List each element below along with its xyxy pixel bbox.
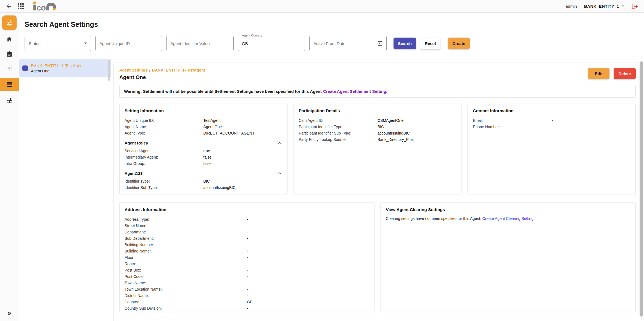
chevron-up-icon[interactable]: [277, 140, 282, 146]
agent-list-item-id: BANK_ENTITY_1-TestAgent: [31, 63, 84, 68]
agent-list-item[interactable]: BANK_ENTITY_1-TestAgent Agent One: [19, 59, 111, 77]
delete-button[interactable]: Delete: [614, 68, 636, 79]
agent-roles-rows: Serviced Agent:true Intermediary Agent:f…: [125, 148, 282, 167]
arrow-back-icon: [6, 3, 12, 10]
agent-roles-section-header: Agent Roles: [125, 140, 282, 146]
home-icon: [6, 36, 13, 43]
detail-row: Agent Type:DIRECT_ACCOUNT_AGENT: [125, 130, 282, 136]
card-title: View Agent Clearing Settings: [386, 207, 630, 212]
apps-menu-button[interactable]: [18, 3, 24, 9]
entity-selector[interactable]: BANK_ENTITY_1: [584, 4, 624, 9]
agent-detail-title: Agent One: [119, 74, 205, 80]
card-title: Contact Information: [473, 108, 630, 113]
rail-item-tasks[interactable]: [0, 49, 19, 60]
detail-row: Building Number:-: [125, 242, 369, 248]
rail-item-settings[interactable]: [0, 95, 19, 106]
card-title: Address Information: [125, 207, 369, 212]
back-button[interactable]: [6, 3, 12, 10]
logout-button[interactable]: [631, 3, 638, 10]
sliders-icon: [6, 97, 13, 104]
detail-row: Department:-: [125, 229, 369, 235]
contact-information-card: Contact Information Email:- Phone Number…: [468, 104, 636, 194]
agent-country-value: GB: [242, 41, 248, 46]
sidebar-rail: »: [0, 13, 19, 321]
address-information-card: Address Information Address Type:- Stree…: [119, 202, 374, 312]
chevron-up-icon[interactable]: [277, 171, 282, 176]
detail-cards-row-1: Setting Information Agent Unique ID:Test…: [119, 104, 636, 194]
logo-letters: co: [36, 3, 46, 12]
detail-row: Identifier Type:BIC: [125, 178, 282, 185]
agent-country-field[interactable]: Agent Country GB: [238, 36, 305, 51]
edit-button[interactable]: Edit: [588, 68, 609, 79]
agent-unique-id-input[interactable]: [95, 36, 162, 51]
agent-list-item-name: Agent One: [31, 69, 84, 73]
participation-details-card: Participation Details Csm Agent ID:CSMAg…: [294, 104, 462, 194]
tune-icon: [6, 19, 13, 27]
status-select-label: Status: [29, 41, 41, 46]
list-scrollbar[interactable]: [108, 60, 110, 81]
card-title: Participation Details: [299, 108, 456, 113]
agent-status-dot: [22, 65, 28, 71]
detail-row: Town Name:-: [125, 280, 369, 286]
agent-detail-panel: Agent Settings/BANK_ENTITY_1-TestAgent A…: [114, 62, 644, 321]
detail-header: Agent Settings/BANK_ENTITY_1-TestAgent A…: [119, 68, 636, 80]
detail-row: Room:-: [125, 261, 369, 267]
create-clearing-setting-link[interactable]: Create Agent Clearing Setting.: [482, 216, 534, 221]
detail-actions: Edit Delete: [588, 68, 636, 79]
agent-identifier-value-input[interactable]: [166, 36, 234, 51]
rail-item-payments[interactable]: [0, 64, 19, 75]
detail-cards-row-2: Address Information Address Type:- Stree…: [119, 202, 636, 312]
detail-row: Sub Department:-: [125, 235, 369, 242]
address-information-rows: Address Type:- Street Name:- Department:…: [125, 216, 369, 312]
credit-card-icon: [6, 81, 13, 88]
filter-bar: Status Agent Country GB Active From Date…: [25, 36, 638, 51]
detail-row: Post Code:-: [125, 273, 369, 280]
topbar-right: admin BANK_ENTITY_1: [566, 3, 638, 10]
main-content: Search Agent Settings Status Agent Count…: [19, 13, 644, 321]
agent-result-list: BANK_ENTITY_1-TestAgent Agent One: [19, 59, 111, 321]
setting-information-card: Setting Information Agent Unique ID:Test…: [119, 104, 287, 194]
agent-country-label: Agent Country: [241, 34, 264, 37]
rail-item-home[interactable]: [0, 34, 19, 45]
agent123-rows: Identifier Type:BIC Identifier Sub Type:…: [125, 178, 282, 191]
breadcrumb-separator: /: [149, 68, 150, 72]
breadcrumb-agent-settings-link[interactable]: Agent Settings: [119, 68, 147, 72]
reset-button[interactable]: Reset: [420, 38, 440, 49]
create-button[interactable]: Create: [448, 38, 470, 49]
icon-logo: co: [32, 1, 58, 12]
section-title: Agent Roles: [125, 141, 148, 145]
search-button[interactable]: Search: [394, 38, 416, 49]
breadcrumb-current-link[interactable]: BANK_ENTITY_1-TestAgent: [152, 68, 205, 72]
expand-sidebar-button[interactable]: »: [6, 309, 13, 317]
results-body: BANK_ENTITY_1-TestAgent Agent One Agent …: [19, 59, 644, 321]
detail-row: District Name:-: [125, 293, 369, 299]
active-from-date-field[interactable]: Active From Date: [309, 36, 387, 51]
detail-row: Email:-: [473, 117, 630, 124]
section-title: Agent123: [125, 171, 142, 176]
chevron-down-icon: [84, 43, 87, 44]
rail-item-agent-settings-active[interactable]: [2, 15, 17, 30]
page-title: Search Agent Settings: [25, 20, 638, 28]
main-scrollbar[interactable]: [640, 61, 643, 317]
page-header: Search Agent Settings Status Agent Count…: [19, 13, 644, 59]
create-settlement-setting-link[interactable]: Create Agent Settlement Setting.: [323, 89, 387, 94]
rail-item-accounts-active[interactable]: [0, 78, 19, 91]
detail-row: Street Name:-: [125, 223, 369, 229]
card-title: Setting Information: [125, 108, 282, 113]
detail-row: Country Sub Division:-: [125, 305, 369, 312]
topbar: co admin BANK_ENTITY_1: [0, 0, 644, 13]
chevron-down-icon: [622, 6, 624, 7]
detail-row: Serviced Agent:true: [125, 148, 282, 154]
detail-row: Participant Identifier Sub Type:accountI…: [299, 130, 456, 136]
detail-row: Intra Group:false: [125, 160, 282, 167]
setting-information-rows: Agent Unique ID:TestAgent Agent Name:Age…: [125, 117, 282, 136]
settlement-warning-banner: Warning: Settlement will not be possible…: [119, 85, 636, 98]
breadcrumb: Agent Settings/BANK_ENTITY_1-TestAgent: [119, 68, 205, 72]
detail-row: Country:GB: [125, 299, 369, 305]
status-select[interactable]: Status: [25, 36, 91, 51]
clearing-settings-card: View Agent Clearing Settings Clearing se…: [381, 202, 636, 312]
detail-row: Party Entity Lookup Source:Bank_Director…: [299, 136, 456, 143]
calendar-icon: [377, 40, 383, 46]
detail-row: Phone Number:-: [473, 124, 630, 130]
clipboard-icon: [6, 51, 13, 57]
